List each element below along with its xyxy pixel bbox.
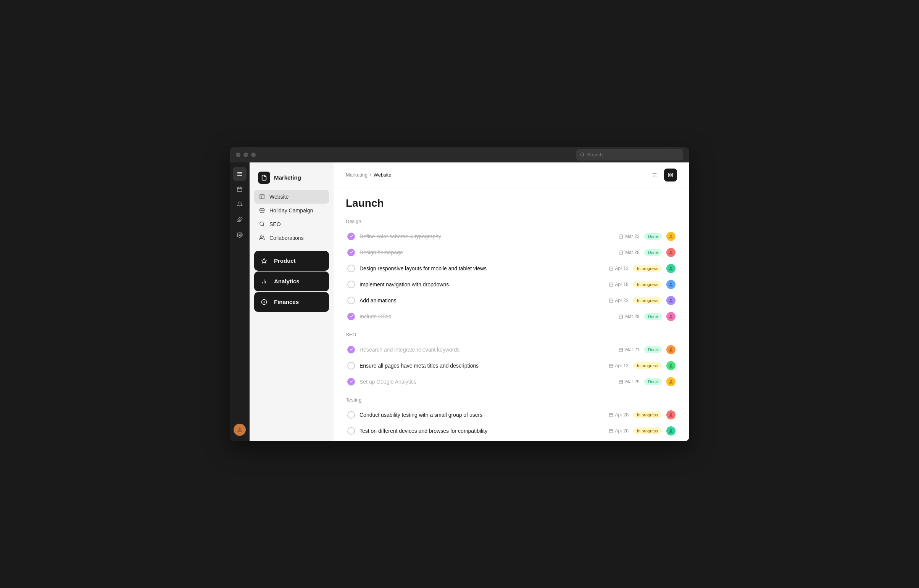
- search-input[interactable]: [587, 152, 679, 157]
- sidebar-item-seo[interactable]: SEO: [254, 217, 329, 231]
- svg-point-10: [239, 234, 240, 236]
- task-row: Add animationsApr 22In progress: [346, 293, 677, 308]
- main-header: Marketing / Website: [334, 162, 689, 188]
- svg-rect-12: [259, 194, 264, 199]
- task-row: Include CTAsMar 29Done: [346, 309, 677, 324]
- calendar-icon: [619, 347, 623, 352]
- task-meta: Mar 28Done: [619, 248, 676, 257]
- task-date: Apr 20: [609, 428, 629, 434]
- finances-icon: [258, 296, 270, 308]
- task-label: Set up Google Analytics: [360, 379, 614, 385]
- calendar-icon: [619, 250, 623, 255]
- task-meta: Mar 29Done: [619, 377, 676, 386]
- nav-icon-settings[interactable]: [233, 228, 246, 242]
- sidebar-group-analytics[interactable]: Analytics: [254, 271, 329, 291]
- svg-point-85: [670, 429, 672, 431]
- collaborations-icon: [258, 234, 266, 242]
- view-toggle-button[interactable]: [664, 168, 677, 181]
- task-label: Define color scheme & typography: [360, 233, 614, 239]
- website-icon: [258, 193, 266, 200]
- header-actions: [648, 168, 677, 181]
- task-avatar: [666, 345, 676, 354]
- section-title-testing: Testing: [346, 397, 677, 403]
- nav-icon-bell[interactable]: [233, 197, 246, 211]
- sidebar-item-holiday-campaign[interactable]: Holiday Campaign: [254, 204, 329, 217]
- sidebar-group-finances[interactable]: Finances: [254, 292, 329, 312]
- svg-rect-31: [619, 235, 623, 238]
- task-list-design: Define color scheme & typographyMar 23Do…: [346, 229, 677, 324]
- task-label: Implement navigation with dropdowns: [360, 281, 604, 288]
- status-badge: Done: [644, 233, 662, 240]
- status-badge: In progress: [633, 265, 662, 272]
- svg-point-45: [670, 267, 672, 268]
- svg-rect-46: [609, 283, 613, 286]
- status-badge: In progress: [633, 428, 662, 435]
- task-avatar: [666, 264, 676, 273]
- svg-point-60: [670, 315, 672, 317]
- seo-icon: [258, 220, 266, 228]
- svg-rect-66: [609, 364, 613, 368]
- svg-rect-56: [619, 315, 623, 318]
- task-avatar: [666, 296, 676, 305]
- breadcrumb-parent[interactable]: Marketing: [346, 172, 368, 178]
- calendar-icon: [609, 413, 613, 417]
- svg-point-11: [238, 428, 241, 430]
- svg-point-50: [670, 283, 672, 284]
- icon-rail: [230, 162, 250, 441]
- task-date: Mar 29: [619, 379, 639, 384]
- nav-icon-puzzle[interactable]: [233, 213, 246, 226]
- task-checkbox[interactable]: [347, 411, 355, 419]
- sidebar-item-collaborations[interactable]: Collaborations: [254, 231, 329, 245]
- sidebar-group-product[interactable]: Product: [254, 251, 329, 271]
- svg-rect-81: [609, 430, 613, 433]
- svg-point-75: [670, 380, 672, 382]
- task-row: Research and integrate relevant keywords…: [346, 342, 677, 357]
- task-list-testing: Conduct usability testing with a small g…: [346, 407, 677, 439]
- calendar-icon: [609, 429, 613, 433]
- status-badge: In progress: [633, 281, 662, 288]
- task-checkbox[interactable]: [347, 378, 355, 386]
- section-title-seo: SEO: [346, 332, 677, 338]
- task-checkbox[interactable]: [347, 297, 355, 304]
- minimize-button[interactable]: [243, 152, 248, 157]
- task-checkbox[interactable]: [347, 265, 355, 272]
- task-label: Include CTAs: [360, 313, 614, 320]
- sidebar-item-label: Collaborations: [269, 235, 304, 241]
- user-avatar-rail[interactable]: [233, 423, 246, 437]
- task-label: Add animations: [360, 297, 604, 304]
- product-icon: [258, 255, 270, 267]
- task-meta: Apr 28In progress: [609, 410, 676, 420]
- nav-icon-calendar[interactable]: [233, 182, 246, 196]
- sidebar: Marketing Website: [250, 162, 334, 441]
- section-title-design: Design: [346, 218, 677, 224]
- sidebar-item-label: Holiday Campaign: [269, 207, 313, 213]
- nav-icon-lists[interactable]: [233, 167, 246, 181]
- task-checkbox[interactable]: [347, 233, 355, 240]
- workspace-logo: [258, 171, 270, 184]
- close-button[interactable]: [236, 152, 240, 157]
- task-date: Apr 22: [609, 298, 629, 303]
- app-body: Marketing Website: [230, 162, 689, 441]
- page-title: Launch: [346, 197, 677, 209]
- task-checkbox[interactable]: [347, 249, 355, 256]
- task-checkbox[interactable]: [347, 362, 355, 370]
- search-bar[interactable]: [576, 149, 683, 160]
- task-avatar: [666, 410, 676, 420]
- task-checkbox[interactable]: [347, 427, 355, 435]
- task-date: Mar 28: [619, 250, 639, 255]
- status-badge: Done: [644, 346, 662, 353]
- task-checkbox[interactable]: [347, 313, 355, 320]
- task-row: Define color scheme & typographyMar 23Do…: [346, 229, 677, 244]
- task-checkbox[interactable]: [347, 346, 355, 354]
- task-label: Design responsive layouts for mobile and…: [360, 265, 604, 271]
- svg-point-40: [670, 250, 672, 252]
- maximize-button[interactable]: [251, 152, 256, 157]
- traffic-lights: [236, 152, 256, 157]
- svg-point-70: [670, 364, 672, 366]
- filter-button[interactable]: [648, 168, 661, 181]
- sidebar-item-website[interactable]: Website: [254, 190, 329, 204]
- task-row: Ensure all pages have meta titles and de…: [346, 358, 677, 373]
- task-checkbox[interactable]: [347, 281, 355, 288]
- svg-marker-17: [261, 258, 266, 263]
- section-seo: SEOResearch and integrate relevant keywo…: [346, 332, 677, 389]
